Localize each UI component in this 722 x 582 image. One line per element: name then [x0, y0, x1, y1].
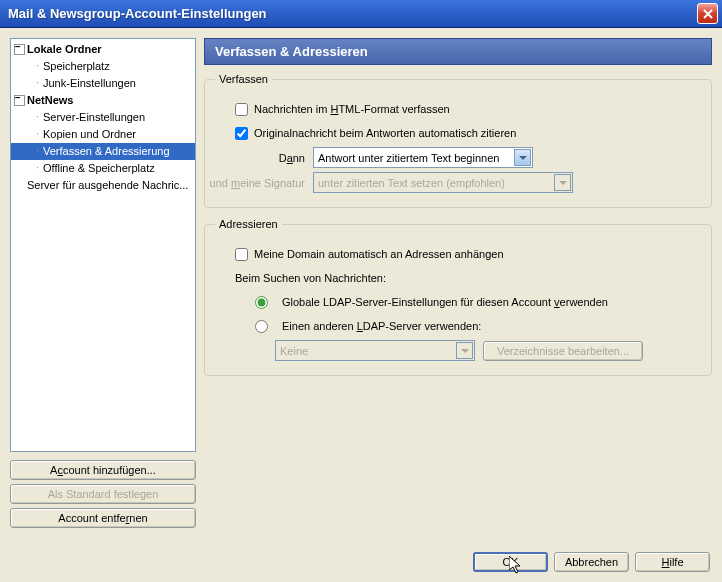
compose-group: Verfassen Nachrichten im HTML-Format ver…	[204, 73, 712, 208]
auto-quote-label[interactable]: Originalnachricht beim Antworten automat…	[254, 127, 516, 139]
cancel-button[interactable]: Abbrechen	[554, 552, 629, 572]
signature-position-select: unter zitierten Text setzen (empfohlen)	[313, 172, 573, 193]
add-account-button[interactable]: Account hinzufügen...	[10, 460, 196, 480]
account-tree[interactable]: Lokale Ordner Speicherplatz Junk-Einstel…	[10, 38, 196, 452]
close-icon	[703, 9, 713, 19]
auto-quote-checkbox[interactable]	[235, 127, 248, 140]
address-legend: Adressieren	[215, 218, 282, 230]
address-group: Adressieren Meine Domain automatisch an …	[204, 218, 712, 376]
signature-label: und meine Signatur	[205, 177, 305, 189]
global-ldap-radio[interactable]	[255, 296, 268, 309]
html-compose-label[interactable]: Nachrichten im HTML-Format verfassen	[254, 103, 450, 115]
panel-title: Verfassen & Adressieren	[204, 38, 712, 65]
global-ldap-label[interactable]: Globale LDAP-Server-Einstellungen für di…	[282, 296, 608, 308]
search-label: Beim Suchen von Nachrichten:	[235, 272, 386, 284]
reply-position-select[interactable]: Antwort unter zitiertem Text beginnen	[313, 147, 533, 168]
edit-directories-button: Verzeichnisse bearbeiten...	[483, 341, 643, 361]
ldap-server-select: Keine	[275, 340, 475, 361]
other-ldap-label[interactable]: Einen anderen LDAP-Server verwenden:	[282, 320, 481, 332]
tree-item-server[interactable]: Server-Einstellungen	[11, 109, 195, 126]
tree-item-junk[interactable]: Junk-Einstellungen	[11, 75, 195, 92]
compose-legend: Verfassen	[215, 73, 272, 85]
close-button[interactable]	[697, 3, 718, 24]
tree-item-copies[interactable]: Kopien und Ordner	[11, 126, 195, 143]
tree-item-outgoing[interactable]: Server für ausgehende Nachric...	[11, 177, 195, 194]
then-label: Dann	[255, 152, 305, 164]
tree-item-compose[interactable]: Verfassen & Adressierung	[11, 143, 195, 160]
tree-root-netnews[interactable]: NetNews	[11, 92, 195, 109]
chevron-down-icon	[514, 149, 531, 166]
html-compose-checkbox[interactable]	[235, 103, 248, 116]
ldap-server-value: Keine	[280, 345, 308, 357]
set-default-button: Als Standard festlegen	[10, 484, 196, 504]
main-panel: Verfassen & Adressieren Verfassen Nachri…	[204, 38, 712, 528]
remove-account-button[interactable]: Account entfernen	[10, 508, 196, 528]
dialog-footer: OK Abbrechen Hilfe	[473, 552, 710, 572]
sidebar-buttons: Account hinzufügen... Als Standard festl…	[10, 460, 196, 528]
tree-item-offline[interactable]: Offline & Speicherplatz	[11, 160, 195, 177]
auto-append-domain-checkbox[interactable]	[235, 248, 248, 261]
reply-position-value: Antwort unter zitiertem Text beginnen	[318, 152, 499, 164]
window-title: Mail & Newsgroup-Account-Einstellungen	[4, 6, 697, 21]
sidebar: Lokale Ordner Speicherplatz Junk-Einstel…	[10, 38, 196, 528]
titlebar: Mail & Newsgroup-Account-Einstellungen	[0, 0, 722, 28]
other-ldap-radio[interactable]	[255, 320, 268, 333]
auto-append-domain-label[interactable]: Meine Domain automatisch an Adressen anh…	[254, 248, 504, 260]
tree-root-local-folders[interactable]: Lokale Ordner	[11, 41, 195, 58]
chevron-down-icon	[456, 342, 473, 359]
content: Lokale Ordner Speicherplatz Junk-Einstel…	[0, 28, 722, 538]
signature-position-value: unter zitierten Text setzen (empfohlen)	[318, 177, 505, 189]
ok-button[interactable]: OK	[473, 552, 548, 572]
tree-item-storage[interactable]: Speicherplatz	[11, 58, 195, 75]
chevron-down-icon	[554, 174, 571, 191]
help-button[interactable]: Hilfe	[635, 552, 710, 572]
